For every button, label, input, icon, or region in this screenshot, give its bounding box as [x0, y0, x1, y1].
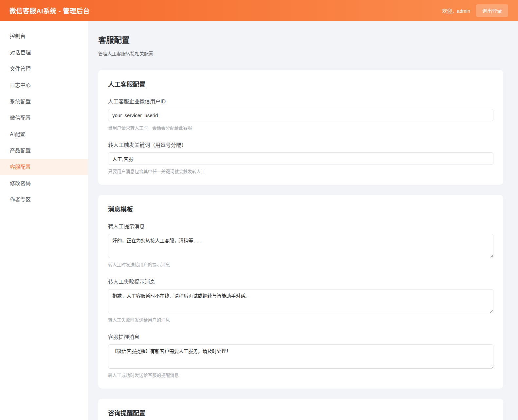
sidebar-item-files[interactable]: 文件管理	[0, 61, 88, 77]
servicer-userid-hint: 当用户请求转人工时，会话会分配给此客服	[108, 124, 493, 131]
transfer-fail-hint: 转人工失败时发送给用户的消息	[108, 316, 493, 323]
transfer-fail-textarea[interactable]: 抱歉，人工客服暂时不在线，请稍后再试或继续与智能助手对话。	[108, 289, 493, 313]
sidebar-item-logs[interactable]: 日志中心	[0, 77, 88, 94]
transfer-fail-label: 转人工失败提示消息	[108, 277, 493, 285]
servicer-userid-label: 人工客服企业微信用户ID	[108, 97, 493, 105]
service-notify-hint: 转人工成功时发送给客服的提醒消息	[108, 372, 493, 378]
service-notify-field-group: 客服提醒消息 【微信客服提醒】有新客户需要人工服务，请及时处理！ 转人工成功时发…	[108, 333, 493, 378]
keywords-hint: 只要用户消息包含其中任一关键词就会触发转人工	[108, 168, 493, 174]
card-manual-service-config: 人工客服配置 人工客服企业微信用户ID 当用户请求转人工时，会话会分配给此客服 …	[98, 70, 503, 185]
sidebar-item-service-config[interactable]: 客服配置	[0, 159, 88, 175]
keywords-label: 转人工触发关键词（用逗号分隔）	[108, 141, 493, 149]
welcome-text: 欢迎，admin	[442, 7, 470, 14]
service-notify-textarea[interactable]: 【微信客服提醒】有新客户需要人工服务，请及时处理！	[108, 344, 493, 369]
sidebar: 控制台 对话管理 文件管理 日志中心 系统配置 微信配置 AI配置 产品配置 客…	[0, 21, 88, 420]
servicer-userid-input[interactable]	[108, 109, 493, 121]
sidebar-item-ai-config[interactable]: AI配置	[0, 126, 88, 143]
card-title: 消息模板	[108, 204, 493, 213]
logout-button[interactable]: 退出登录	[476, 4, 508, 17]
sidebar-item-system-config[interactable]: 系统配置	[0, 94, 88, 110]
page-title: 客服配置	[98, 34, 503, 45]
transfer-prompt-textarea[interactable]: 好的，正在为您转接人工客服，请稍等...	[108, 234, 493, 258]
transfer-fail-field-group: 转人工失败提示消息 抱歉，人工客服暂时不在线，请稍后再试或继续与智能助手对话。 …	[108, 277, 493, 323]
keywords-input[interactable]	[108, 152, 493, 165]
app-title: 微信客服AI系统 - 管理后台	[9, 6, 90, 15]
main-content: 客服配置 管理人工客服转接相关配置 人工客服配置 人工客服企业微信用户ID 当用…	[88, 21, 518, 420]
card-title: 咨询提醒配置	[108, 408, 493, 417]
service-notify-label: 客服提醒消息	[108, 333, 493, 341]
app-header: 微信客服AI系统 - 管理后台 欢迎，admin 退出登录	[0, 0, 518, 21]
sidebar-item-change-password[interactable]: 修改密码	[0, 175, 88, 192]
servicer-userid-field-group: 人工客服企业微信用户ID 当用户请求转人工时，会话会分配给此客服	[108, 97, 493, 131]
sidebar-item-wechat-config[interactable]: 微信配置	[0, 110, 88, 126]
transfer-prompt-label: 转人工提示消息	[108, 222, 493, 230]
transfer-prompt-hint: 转人工时发送给用户的提示消息	[108, 261, 493, 268]
sidebar-item-dashboard[interactable]: 控制台	[0, 28, 88, 44]
page-subtitle: 管理人工客服转接相关配置	[98, 50, 503, 57]
transfer-prompt-field-group: 转人工提示消息 好的，正在为您转接人工客服，请稍等... 转人工时发送给用户的提…	[108, 222, 493, 268]
sidebar-item-author-zone[interactable]: 作者专区	[0, 192, 88, 208]
sidebar-item-conversations[interactable]: 对话管理	[0, 44, 88, 61]
keywords-field-group: 转人工触发关键词（用逗号分隔） 只要用户消息包含其中任一关键词就会触发转人工	[108, 141, 493, 174]
sidebar-nav: 控制台 对话管理 文件管理 日志中心 系统配置 微信配置 AI配置 产品配置 客…	[0, 21, 88, 208]
header-right: 欢迎，admin 退出登录	[442, 4, 508, 17]
card-consult-notify-config: 咨询提醒配置 启用咨询提醒 当有用户咨询AI时，自动提醒人工客服	[98, 399, 503, 420]
card-title: 人工客服配置	[108, 79, 493, 88]
sidebar-item-product-config[interactable]: 产品配置	[0, 143, 88, 159]
card-message-templates: 消息模板 转人工提示消息 好的，正在为您转接人工客服，请稍等... 转人工时发送…	[98, 195, 503, 389]
